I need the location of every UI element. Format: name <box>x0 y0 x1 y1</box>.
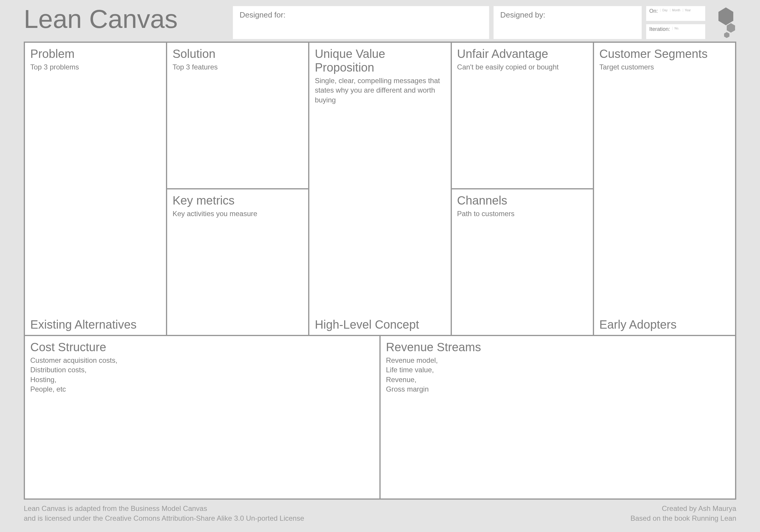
cost-structure-subtitle: Customer acquisition costs, Distribution… <box>30 356 374 394</box>
footer-license-line1: Lean Canvas is adapted from the Business… <box>24 504 304 513</box>
problem-title: Problem <box>30 47 161 61</box>
on-label: On: <box>649 8 658 14</box>
on-day-label: Day <box>660 9 668 12</box>
key-metrics-subtitle: Key activities you measure <box>172 209 303 218</box>
designed-for-label: Designed for: <box>240 10 286 19</box>
channels-title: Channels <box>457 194 588 207</box>
customer-segments-subtitle: Target customers <box>599 62 730 72</box>
svg-marker-0 <box>718 7 733 25</box>
meta-column: On: Day Month Year Iteration: No. <box>646 6 705 39</box>
solution-cell[interactable]: Solution Top 3 features <box>167 43 308 188</box>
footer-license: Lean Canvas is adapted from the Business… <box>24 504 304 523</box>
early-adopters-title: Early Adopters <box>599 318 730 331</box>
on-year-label: Year <box>683 9 691 12</box>
revenue-streams-title: Revenue Streams <box>386 340 730 354</box>
revenue-streams-cell[interactable]: Revenue Streams Revenue model, Life time… <box>381 336 735 499</box>
uvp-title: Unique Value Proposition <box>315 47 445 74</box>
hexagon-decoration-icon <box>710 6 736 39</box>
problem-cell[interactable]: Problem Top 3 problems Existing Alternat… <box>25 43 166 335</box>
svg-marker-1 <box>727 23 735 33</box>
iteration-label: Iteration: <box>649 26 670 32</box>
svg-marker-2 <box>724 32 730 38</box>
footer-credits-line1: Created by Ash Maurya <box>631 504 736 513</box>
unfair-advantage-title: Unfair Advantage <box>457 47 588 61</box>
high-level-concept-title: High-Level Concept <box>315 318 445 331</box>
channels-cell[interactable]: Channels Path to customers <box>452 189 593 335</box>
solution-subtitle: Top 3 features <box>172 62 303 72</box>
designed-by-box[interactable]: Designed by: <box>494 6 642 39</box>
existing-alternatives-title: Existing Alternatives <box>30 318 161 331</box>
key-metrics-cell[interactable]: Key metrics Key activities you measure <box>167 189 308 335</box>
iteration-no-label: No. <box>672 27 679 30</box>
page-title: Lean Canvas <box>24 6 229 39</box>
customer-segments-cell[interactable]: Customer Segments Target customers Early… <box>594 43 735 335</box>
footer-credits: Created by Ash Maurya Based on the book … <box>631 504 736 523</box>
revenue-streams-subtitle: Revenue model, Life time value, Revenue,… <box>386 356 730 394</box>
uvp-subtitle: Single, clear, compelling messages that … <box>315 76 445 105</box>
on-date-box[interactable]: On: Day Month Year <box>646 6 705 21</box>
iteration-box[interactable]: Iteration: No. <box>646 24 705 39</box>
channels-subtitle: Path to customers <box>457 209 588 218</box>
footer-license-line2: and is licensed under the Creative Comon… <box>24 513 304 523</box>
customer-segments-title: Customer Segments <box>599 47 730 61</box>
unfair-advantage-subtitle: Can't be easily copied or bought <box>457 62 588 72</box>
footer: Lean Canvas is adapted from the Business… <box>24 500 736 523</box>
designed-by-label: Designed by: <box>500 10 546 19</box>
canvas-grid: Problem Top 3 problems Existing Alternat… <box>24 42 736 500</box>
solution-title: Solution <box>172 47 303 61</box>
uvp-cell[interactable]: Unique Value Proposition Single, clear, … <box>309 43 451 335</box>
problem-subtitle: Top 3 problems <box>30 62 161 72</box>
header: Lean Canvas Designed for: Designed by: O… <box>24 6 736 39</box>
footer-credits-line2: Based on the book Running Lean <box>631 513 736 523</box>
on-month-label: Month <box>670 9 681 12</box>
designed-for-box[interactable]: Designed for: <box>233 6 489 39</box>
cost-structure-title: Cost Structure <box>30 340 374 354</box>
cost-structure-cell[interactable]: Cost Structure Customer acquisition cost… <box>25 336 379 499</box>
unfair-advantage-cell[interactable]: Unfair Advantage Can't be easily copied … <box>452 43 593 188</box>
key-metrics-title: Key metrics <box>172 194 303 207</box>
